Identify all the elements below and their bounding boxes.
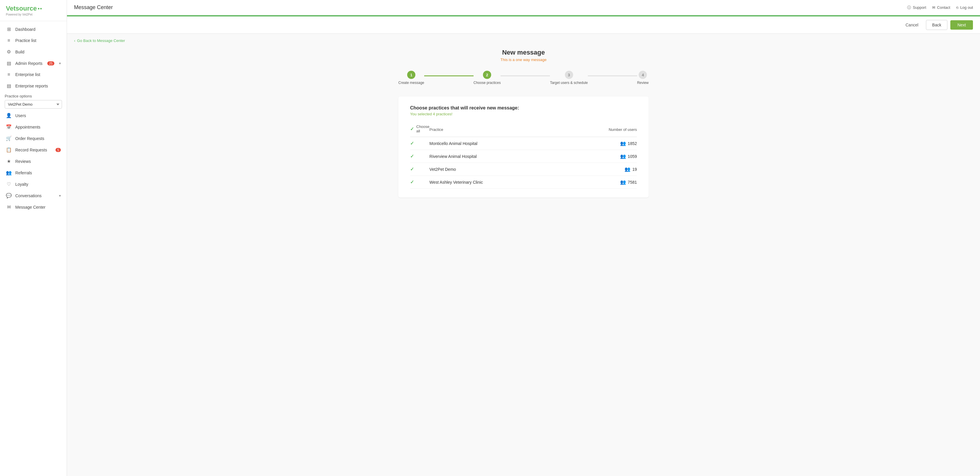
back-link-label: Go Back to Message Center — [77, 38, 125, 43]
reviews-icon: ★ — [6, 159, 12, 164]
sidebar-item-appointments[interactable]: 📅 Appointments — [0, 121, 67, 133]
sidebar-nav: ⊞ Dashboard ≡ Practice list ⚙ Build ▤ Ad… — [0, 21, 67, 476]
sidebar-item-enterprise-reports[interactable]: ▤ Enterprise reports — [0, 80, 67, 92]
logo: Vetsource Powered by Vet2Pet — [0, 0, 67, 21]
practice-checkbox[interactable]: ✓ — [410, 179, 414, 185]
contact-button[interactable]: ✉ Contact — [932, 5, 950, 10]
sidebar-item-reviews[interactable]: ★ Reviews — [0, 155, 67, 167]
choose-all-checkmark[interactable]: ✓ — [410, 126, 414, 132]
back-to-message-center-link[interactable]: ‹ Go Back to Message Center — [67, 34, 980, 43]
table-row: ✓ West Ashley Veterinary Clinic 👥 7581 — [410, 176, 637, 189]
sidebar-item-order-requests[interactable]: 🛒 Order Requests — [0, 133, 67, 144]
sidebar-item-referrals[interactable]: 👥 Referrals — [0, 167, 67, 178]
sidebar-item-users[interactable]: 👤 Users — [0, 110, 67, 121]
users-count: 1852 — [628, 141, 637, 146]
sidebar-item-label: Record Requests — [15, 148, 47, 152]
list-icon: ≡ — [6, 38, 12, 43]
users-group-icon: 👥 — [620, 154, 626, 159]
back-button[interactable]: Back — [926, 20, 947, 30]
logo-dots — [38, 8, 42, 10]
step-2-label: Choose practices — [474, 81, 501, 85]
cancel-button[interactable]: Cancel — [901, 20, 923, 30]
step-1-label: Create message — [398, 81, 424, 85]
sidebar-item-record-requests[interactable]: 📋 Record Requests 5 — [0, 144, 67, 155]
steps-container: 1 Create message 2 Choose practices 3 — [398, 71, 649, 85]
practices-section: Choose practices that will receive new m… — [398, 97, 649, 197]
dashboard-icon: ⊞ — [6, 26, 12, 32]
practice-select[interactable]: Vet2Pet Demo — [5, 100, 62, 109]
contact-icon: ✉ — [932, 5, 935, 10]
practice-users: 👥 7581 — [565, 176, 637, 189]
practice-users: 👥 1059 — [565, 150, 637, 163]
practice-checkbox-cell[interactable]: ✓ — [410, 163, 430, 176]
practice-checkbox[interactable]: ✓ — [410, 141, 414, 146]
step-line-3-4 — [588, 75, 637, 76]
logout-icon: ⎋ — [956, 5, 959, 10]
conversations-icon: 💬 — [6, 193, 12, 198]
practice-options-section: Practice options Vet2Pet Demo — [0, 92, 67, 110]
choose-all-header: ✓ Choose all — [410, 122, 430, 137]
practice-checkbox-cell[interactable]: ✓ — [410, 137, 430, 150]
practice-checkbox[interactable]: ✓ — [410, 167, 414, 172]
top-header: Message Center ⓘ Support ✉ Contact ⎋ Log… — [67, 0, 980, 15]
practice-options-label: Practice options — [5, 94, 62, 98]
users-group-icon: 👥 — [620, 141, 626, 146]
sidebar-item-admin-reports[interactable]: ▤ Admin Reports 25 ▾ — [0, 57, 67, 69]
action-bar: Cancel Back Next — [67, 16, 980, 34]
step-3: 3 Target users & schedule — [550, 71, 588, 85]
sidebar-item-label: Message Center — [15, 205, 46, 209]
sidebar-item-label: Admin Reports — [15, 61, 43, 66]
sidebar-item-conversations[interactable]: 💬 Conversations ▾ — [0, 190, 67, 202]
logout-button[interactable]: ⎋ Log out — [956, 5, 973, 10]
sidebar-item-label: Conversations — [15, 194, 42, 198]
step-line-2-3 — [501, 75, 550, 76]
step-line-1-2 — [424, 75, 474, 76]
sidebar-item-practice-list[interactable]: ≡ Practice list — [0, 35, 67, 46]
step-4-circle: 4 — [639, 71, 647, 79]
step-2-number: 2 — [486, 73, 488, 77]
step-3-label: Target users & schedule — [550, 81, 588, 85]
users-count: 1059 — [628, 154, 637, 159]
sidebar-item-label: Users — [15, 113, 26, 118]
page-title: Message Center — [74, 5, 113, 11]
sidebar-item-enterprise-list[interactable]: ≡ Enterprise list — [0, 69, 67, 80]
support-label: Support — [913, 5, 926, 10]
sidebar-item-message-center[interactable]: ✉ Message Center — [0, 202, 67, 213]
table-row: ✓ Monticello Animal Hospital 👥 1852 — [410, 137, 637, 150]
list-icon: ≡ — [6, 72, 12, 77]
step-2: 2 Choose practices — [474, 71, 501, 85]
practice-name: Monticello Animal Hospital — [430, 137, 565, 150]
users-count: 7581 — [628, 180, 637, 185]
users-count: 19 — [632, 167, 637, 172]
step-1: 1 Create message — [398, 71, 424, 85]
order-icon: 🛒 — [6, 136, 12, 141]
table-row: ✓ Vet2Pet Demo 👥 19 — [410, 163, 637, 176]
support-button[interactable]: ⓘ Support — [907, 5, 926, 10]
users-icon: 👤 — [6, 113, 12, 118]
practice-checkbox[interactable]: ✓ — [410, 154, 414, 159]
support-icon: ⓘ — [907, 5, 911, 10]
sidebar-item-label: Appointments — [15, 125, 41, 129]
logout-label: Log out — [960, 5, 973, 10]
sidebar-item-label: Reviews — [15, 159, 31, 164]
sidebar-item-label: Order Requests — [15, 136, 45, 141]
dot2 — [40, 8, 42, 10]
reports-icon: ▤ — [6, 60, 12, 66]
step-1-circle: 1 — [407, 71, 415, 79]
next-button[interactable]: Next — [950, 20, 973, 30]
sidebar-item-loyalty[interactable]: ♡ Loyalty — [0, 178, 67, 190]
step-4: 4 Review — [637, 71, 649, 85]
users-column-header: Number of users — [565, 122, 637, 137]
step-4-number: 4 — [642, 73, 644, 77]
logo-powered: Powered by Vet2Pet — [6, 13, 61, 16]
contact-label: Contact — [937, 5, 950, 10]
step-1-number: 1 — [410, 73, 412, 77]
practice-users: 👥 19 — [565, 163, 637, 176]
sidebar-item-dashboard[interactable]: ⊞ Dashboard — [0, 24, 67, 35]
logo-vetsource: Vetsource — [6, 5, 37, 12]
step-3-circle: 3 — [565, 71, 573, 79]
step-3-number: 3 — [568, 73, 570, 77]
practice-checkbox-cell[interactable]: ✓ — [410, 176, 430, 189]
sidebar-item-build[interactable]: ⚙ Build — [0, 46, 67, 57]
practice-checkbox-cell[interactable]: ✓ — [410, 150, 430, 163]
